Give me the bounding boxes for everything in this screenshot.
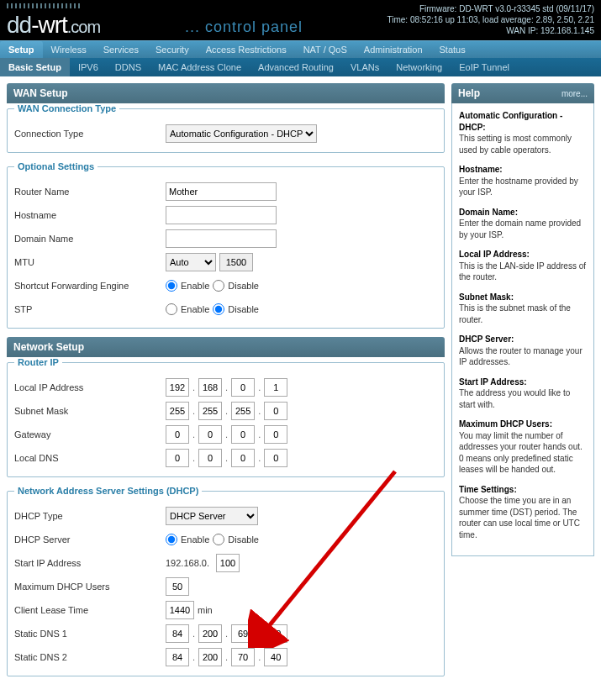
wan-setup-header: WAN Setup	[7, 83, 445, 103]
dns1-oct1[interactable]	[166, 624, 189, 643]
subtab-advanced-routing[interactable]: Advanced Routing	[250, 58, 342, 76]
stp-disable-radio[interactable]	[213, 303, 224, 315]
logo-wrt: -wrt	[31, 12, 67, 39]
wanip-line: WAN IP: 192.168.1.145	[387, 25, 594, 36]
help-more-link[interactable]: more...	[561, 89, 588, 98]
subtab-ipv-[interactable]: IPV6	[70, 58, 107, 76]
local-ip-oct1[interactable]	[166, 378, 189, 397]
gateway-oct4[interactable]	[264, 425, 287, 444]
connection-type-label: Connection Type	[14, 129, 166, 139]
dns1-oct2[interactable]	[198, 624, 222, 643]
secondary-tabs: Basic SetupIPV6DDNSMAC Address CloneAdva…	[0, 58, 601, 76]
subtab-basic-setup[interactable]: Basic Setup	[0, 58, 70, 76]
help-item-desc: The address you would like to start with…	[459, 387, 587, 410]
max-users-label: Maximum DHCP Users	[14, 582, 166, 592]
dhcp-disable-radio[interactable]	[213, 534, 224, 545]
subtab-mac-address-clone[interactable]: MAC Address Clone	[150, 58, 250, 76]
help-item: Automatic Configuration - DHCP:This sett…	[459, 110, 587, 155]
header-info: Firmware: DD-WRT v3.0-r33345 std (09/11/…	[387, 3, 594, 36]
wan-setup-title: WAN Setup	[13, 87, 68, 99]
subnet-oct3[interactable]	[231, 402, 255, 420]
primary-tabs: SetupWirelessServicesSecurityAccess Rest…	[0, 40, 601, 58]
tab-access-restrictions[interactable]: Access Restrictions	[198, 41, 295, 58]
mtu-value-input[interactable]	[219, 253, 253, 271]
help-item-title: Hostname:	[459, 164, 587, 176]
stp-enable-text: Enable	[181, 304, 209, 314]
hostname-label: Hostname	[14, 210, 166, 220]
help-item: Start IP Address:The address you would l…	[459, 376, 587, 411]
help-item: Hostname:Enter the hostname provided by …	[459, 164, 587, 198]
local-ip-oct3[interactable]	[231, 378, 255, 397]
tab-services[interactable]: Services	[95, 41, 147, 58]
dns1-oct3[interactable]	[231, 624, 255, 643]
logo-dd: dd	[7, 12, 31, 39]
start-ip-input[interactable]	[216, 554, 240, 572]
tab-status[interactable]: Status	[431, 41, 474, 58]
help-item-desc: This is the subnet mask of the router.	[459, 303, 587, 325]
header-bar: dd-wrt.com ... control panel Firmware: D…	[0, 0, 601, 40]
tab-administration[interactable]: Administration	[356, 41, 431, 58]
gateway-oct2[interactable]	[198, 425, 222, 444]
router-name-input[interactable]	[166, 182, 277, 201]
dns1-label: Static DNS 1	[14, 629, 166, 639]
hostname-input[interactable]	[166, 206, 277, 224]
tab-security[interactable]: Security	[147, 41, 198, 58]
help-item: Subnet Mask:This is the subnet mask of t…	[459, 292, 587, 326]
localdns-oct3[interactable]	[231, 449, 255, 467]
subtab-ddns[interactable]: DDNS	[107, 58, 150, 76]
connection-type-select[interactable]: Automatic Configuration - DHCP	[166, 124, 317, 143]
lease-label: Client Lease Time	[14, 605, 166, 615]
gateway-oct1[interactable]	[166, 425, 189, 444]
network-setup-header: Network Setup	[7, 337, 445, 357]
help-item-desc: This setting is most commonly used by ca…	[459, 133, 587, 155]
help-body: Automatic Configuration - DHCP:This sett…	[451, 103, 594, 556]
tab-nat-qos[interactable]: NAT / QoS	[295, 41, 356, 58]
dns2-oct4[interactable]	[264, 648, 287, 666]
subnet-label: Subnet Mask	[14, 406, 166, 416]
help-item-desc: Enter the hostname provided by your ISP.	[459, 176, 587, 198]
sfe-enable-radio[interactable]	[166, 280, 177, 292]
help-item-title: Start IP Address:	[459, 376, 587, 388]
firmware-line: Firmware: DD-WRT v3.0-r33345 std (09/11/…	[387, 3, 594, 14]
gateway-oct3[interactable]	[231, 425, 255, 444]
lease-input[interactable]	[166, 601, 194, 619]
help-item-desc: Enter the domain name provided by your I…	[459, 218, 587, 240]
subtab-networking[interactable]: Networking	[387, 58, 451, 76]
help-item-title: Time Settings:	[459, 484, 587, 496]
start-ip-label: Start IP Address	[14, 558, 166, 568]
dhcp-type-select[interactable]: DHCP Server	[166, 507, 258, 525]
local-ip-label: Local IP Address	[14, 382, 166, 392]
stp-enable-radio[interactable]	[166, 303, 177, 315]
sfe-label: Shortcut Forwarding Engine	[14, 281, 166, 291]
time-line: Time: 08:52:16 up 11:03, load average: 2…	[387, 14, 594, 25]
help-item-title: Domain Name:	[459, 207, 587, 218]
local-ip-oct2[interactable]	[198, 378, 222, 397]
localdns-oct2[interactable]	[198, 449, 222, 467]
dhcp-server-label: DHCP Server	[14, 534, 166, 545]
tab-setup[interactable]: Setup	[0, 41, 43, 58]
dns2-oct3[interactable]	[231, 648, 255, 666]
subnet-oct2[interactable]	[198, 402, 222, 420]
mtu-mode-select[interactable]: Auto	[166, 253, 216, 271]
localdns-oct1[interactable]	[166, 449, 189, 467]
subnet-oct4[interactable]	[264, 402, 287, 420]
subtab-eoip-tunnel[interactable]: EoIP Tunnel	[451, 58, 518, 76]
dns2-oct1[interactable]	[166, 648, 189, 666]
dhcp-enable-radio[interactable]	[166, 534, 177, 545]
router-name-label: Router Name	[14, 187, 166, 197]
subnet-oct1[interactable]	[166, 402, 189, 420]
subtab-vlans[interactable]: VLANs	[342, 58, 387, 76]
max-users-input[interactable]	[166, 577, 189, 596]
help-item-title: Subnet Mask:	[459, 292, 587, 303]
help-item-desc: Allows the router to manage your IP addr…	[459, 345, 587, 368]
localdns-oct4[interactable]	[264, 449, 287, 467]
sfe-disable-radio[interactable]	[213, 280, 224, 292]
dns1-oct4[interactable]	[264, 624, 287, 643]
help-item: DHCP Server:Allows the router to manage …	[459, 334, 587, 368]
help-item-title: DHCP Server:	[459, 334, 587, 345]
local-ip-oct4[interactable]	[264, 378, 287, 397]
tab-wireless[interactable]: Wireless	[43, 41, 95, 58]
help-item-desc: This is the LAN-side IP address of the r…	[459, 261, 587, 283]
dns2-oct2[interactable]	[198, 648, 222, 666]
domain-name-input[interactable]	[166, 229, 277, 248]
